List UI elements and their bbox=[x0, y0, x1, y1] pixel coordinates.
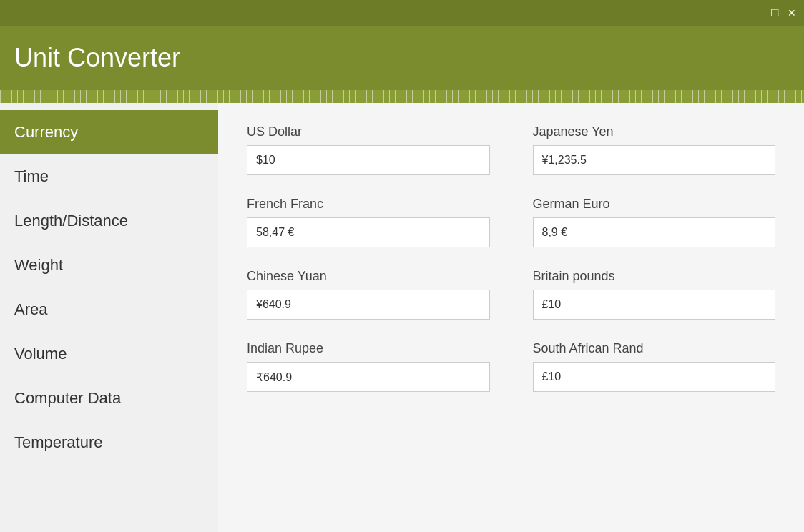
sidebar-item-area[interactable]: Area bbox=[0, 287, 218, 332]
app-body: Currency Time Length/Distance Weight Are… bbox=[0, 103, 804, 532]
ruler-decoration bbox=[0, 90, 804, 103]
sidebar-item-currency[interactable]: Currency bbox=[0, 110, 218, 154]
sidebar-item-length[interactable]: Length/Distance bbox=[0, 199, 218, 243]
currency-label-frf: French Franc bbox=[247, 197, 490, 212]
currency-label-usd: US Dollar bbox=[247, 124, 490, 139]
currency-label-cny: Chinese Yuan bbox=[247, 269, 490, 284]
currency-input-gbp[interactable] bbox=[533, 290, 776, 320]
currency-field-usd: US Dollar bbox=[247, 124, 490, 175]
currency-label-zar: South African Rand bbox=[533, 341, 776, 356]
currency-input-zar[interactable] bbox=[533, 362, 776, 392]
sidebar-item-volume[interactable]: Volume bbox=[0, 332, 218, 376]
currency-field-frf: French Franc bbox=[247, 197, 490, 247]
currency-input-cny[interactable] bbox=[247, 290, 490, 320]
currency-label-gbp: Britain pounds bbox=[533, 269, 776, 284]
currency-label-eur: German Euro bbox=[533, 197, 776, 212]
currency-field-eur: German Euro bbox=[533, 197, 776, 247]
sidebar-item-computer-data[interactable]: Computer Data bbox=[0, 376, 218, 420]
currency-label-inr: Indian Rupee bbox=[247, 341, 490, 356]
minimize-button[interactable]: — bbox=[751, 6, 764, 19]
app-header: Unit Converter bbox=[0, 26, 804, 90]
app-title: Unit Converter bbox=[14, 43, 180, 73]
currency-label-jpy: Japanese Yen bbox=[533, 124, 776, 139]
currency-input-eur[interactable] bbox=[533, 217, 776, 247]
sidebar-item-time[interactable]: Time bbox=[0, 154, 218, 199]
currency-input-inr[interactable] bbox=[247, 362, 490, 392]
sidebar-item-weight[interactable]: Weight bbox=[0, 243, 218, 287]
maximize-button[interactable]: ☐ bbox=[768, 6, 781, 19]
currency-input-frf[interactable] bbox=[247, 217, 490, 247]
currency-field-gbp: Britain pounds bbox=[533, 269, 776, 320]
close-button[interactable]: ✕ bbox=[785, 6, 798, 19]
currency-field-inr: Indian Rupee bbox=[247, 341, 490, 392]
currency-field-zar: South African Rand bbox=[533, 341, 776, 392]
sidebar-item-temperature[interactable]: Temperature bbox=[0, 420, 218, 465]
currency-input-jpy[interactable] bbox=[533, 145, 776, 175]
currency-input-usd[interactable] bbox=[247, 145, 490, 175]
title-bar: — ☐ ✕ bbox=[0, 0, 804, 26]
sidebar: Currency Time Length/Distance Weight Are… bbox=[0, 103, 218, 532]
main-content: US Dollar Japanese Yen French Franc Germ… bbox=[218, 103, 804, 532]
currency-field-cny: Chinese Yuan bbox=[247, 269, 490, 320]
currency-grid: US Dollar Japanese Yen French Franc Germ… bbox=[247, 124, 775, 392]
currency-field-jpy: Japanese Yen bbox=[533, 124, 776, 175]
